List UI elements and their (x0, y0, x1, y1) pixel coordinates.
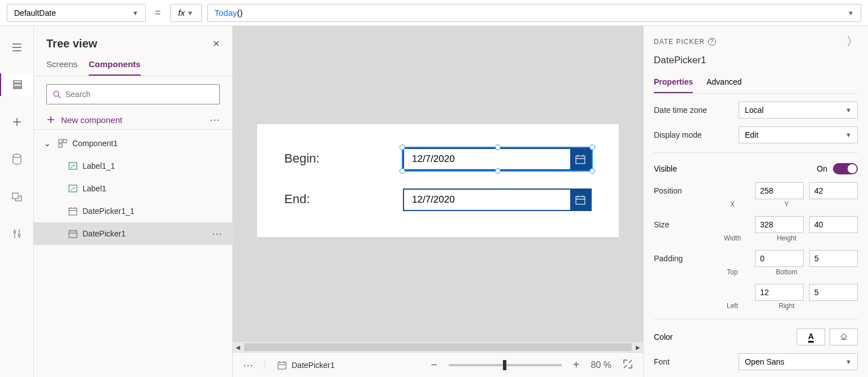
tree-view-icon[interactable] (0, 73, 33, 96)
tab-properties[interactable]: Properties (654, 74, 693, 93)
chevron-right-icon[interactable]: 〉 (847, 34, 858, 49)
chevron-down-icon: ⌄ (44, 139, 53, 148)
left-rail (0, 26, 34, 377)
tree-node-label1[interactable]: Label1 (34, 177, 232, 200)
begin-value: 12/7/2020 (404, 154, 455, 165)
height-input[interactable]: 40 (809, 216, 858, 233)
new-component-label: New component (61, 115, 122, 125)
control-name[interactable]: DatePicker1 (654, 55, 858, 66)
height-label: Height (762, 234, 811, 242)
font-color-button[interactable]: A (797, 328, 825, 345)
tree-node-datepicker1[interactable]: DatePicker1 ⋯ (34, 222, 232, 245)
display-mode-label: Display mode (654, 130, 733, 139)
svg-rect-8 (59, 139, 62, 143)
left-label: Left (708, 302, 757, 310)
x-label: X (708, 200, 757, 208)
formula-input[interactable]: Today() ▼ (207, 4, 861, 22)
calendar-button[interactable] (570, 190, 591, 210)
tree-panel: Tree view ✕ Screens Components New compo… (34, 26, 233, 377)
tree-node-label1-1[interactable]: Label1_1 (34, 155, 232, 177)
close-icon[interactable]: ✕ (212, 38, 220, 49)
new-component-button[interactable]: New component (46, 115, 122, 125)
tree-node-component1[interactable]: ⌄ Component1 (34, 132, 232, 155)
tree-title: Tree view (46, 37, 97, 50)
tab-components[interactable]: Components (89, 56, 141, 76)
breadcrumb-label: DatePicker1 (292, 361, 335, 370)
media-icon[interactable] (6, 185, 28, 208)
zoom-slider[interactable] (449, 364, 562, 366)
padding-left-input[interactable]: 12 (755, 284, 804, 301)
breadcrumb[interactable]: 〉 DatePicker1 (262, 358, 335, 372)
chevron-down-icon: ▼ (845, 107, 852, 113)
status-bar: ⋯ 〉 DatePicker1 − + 80 % (233, 352, 643, 377)
property-name: DefaultDate (14, 8, 56, 17)
formula-bar: DefaultDate ▼ = fx ▼ Today() ▼ (0, 0, 868, 26)
position-y-input[interactable]: 42 (809, 182, 858, 199)
zoom-percent: 80 % (591, 360, 611, 370)
width-input[interactable]: 328 (755, 216, 804, 233)
equals-label: = (151, 7, 164, 19)
dtz-label: Date time zone (654, 106, 733, 115)
property-dropdown[interactable]: DefaultDate ▼ (7, 4, 146, 22)
begin-label: Begin: (284, 151, 319, 166)
padding-right-input[interactable]: 5 (809, 284, 858, 301)
begin-datepicker[interactable]: 12/7/2020 (403, 148, 592, 170)
svg-point-3 (13, 154, 21, 157)
tree-node-datepicker1-1[interactable]: DatePicker1_1 (34, 200, 232, 222)
fullscreen-icon[interactable] (623, 359, 633, 371)
svg-rect-14 (69, 231, 77, 238)
visible-toggle[interactable] (833, 163, 858, 174)
tab-advanced[interactable]: Advanced (706, 74, 741, 93)
tree-node-label: DatePicker1_1 (83, 207, 134, 216)
chevron-down-icon: ▼ (132, 10, 138, 16)
end-datepicker[interactable]: 12/7/2020 (403, 188, 592, 211)
control-type-label: DATE PICKER (654, 38, 705, 46)
scrollbar-track[interactable] (244, 343, 632, 351)
svg-rect-1 (14, 84, 21, 86)
visible-label: Visible (654, 164, 677, 173)
bottom-label: Bottom (762, 268, 811, 276)
display-mode-select[interactable]: Edit ▼ (739, 126, 858, 143)
search-icon (53, 90, 61, 99)
canvas-area: Begin: End: 12/7/2020 (233, 26, 643, 377)
display-mode-value: Edit (745, 130, 758, 139)
help-icon[interactable]: ? (708, 38, 716, 46)
horizontal-scrollbar[interactable]: ◀ ▶ (233, 342, 643, 352)
scroll-right-arrow[interactable]: ▶ (633, 342, 643, 352)
component-icon (58, 138, 68, 148)
zoom-out-button[interactable]: − (431, 358, 437, 371)
fx-button[interactable]: fx ▼ (170, 4, 202, 22)
padding-bottom-input[interactable]: 5 (809, 250, 858, 267)
fill-color-button[interactable] (830, 328, 858, 345)
calendar-icon (68, 229, 78, 239)
color-label: Color (654, 332, 672, 341)
svg-point-7 (54, 91, 59, 96)
padding-top-input[interactable]: 0 (755, 250, 804, 267)
search-input[interactable] (66, 90, 214, 99)
zoom-in-button[interactable]: + (573, 358, 580, 371)
tab-screens[interactable]: Screens (46, 56, 77, 76)
settings-icon[interactable] (6, 222, 28, 245)
position-label: Position (654, 186, 733, 195)
more-icon[interactable]: ⋯ (243, 359, 253, 371)
chevron-down-icon: ▼ (848, 10, 854, 16)
svg-rect-15 (576, 156, 585, 164)
font-value: Open Sans (745, 357, 784, 366)
tree-node-label: DatePicker1 (83, 229, 125, 238)
scroll-left-arrow[interactable]: ◀ (233, 342, 243, 352)
data-icon[interactable] (6, 148, 28, 170)
svg-point-6 (18, 234, 20, 236)
more-icon[interactable]: ⋯ (210, 113, 220, 126)
more-icon[interactable]: ⋯ (212, 227, 222, 240)
search-box[interactable] (46, 84, 220, 104)
component-canvas[interactable]: Begin: End: 12/7/2020 (257, 124, 619, 237)
svg-rect-0 (14, 81, 21, 83)
hamburger-icon[interactable] (6, 36, 28, 59)
position-x-input[interactable]: 258 (755, 182, 804, 199)
font-select[interactable]: Open Sans ▼ (739, 353, 858, 370)
dtz-select[interactable]: Local ▼ (739, 102, 858, 119)
insert-icon[interactable] (6, 111, 28, 133)
svg-point-5 (14, 231, 16, 233)
calendar-button[interactable] (570, 149, 591, 169)
chevron-down-icon: ▼ (845, 358, 852, 365)
